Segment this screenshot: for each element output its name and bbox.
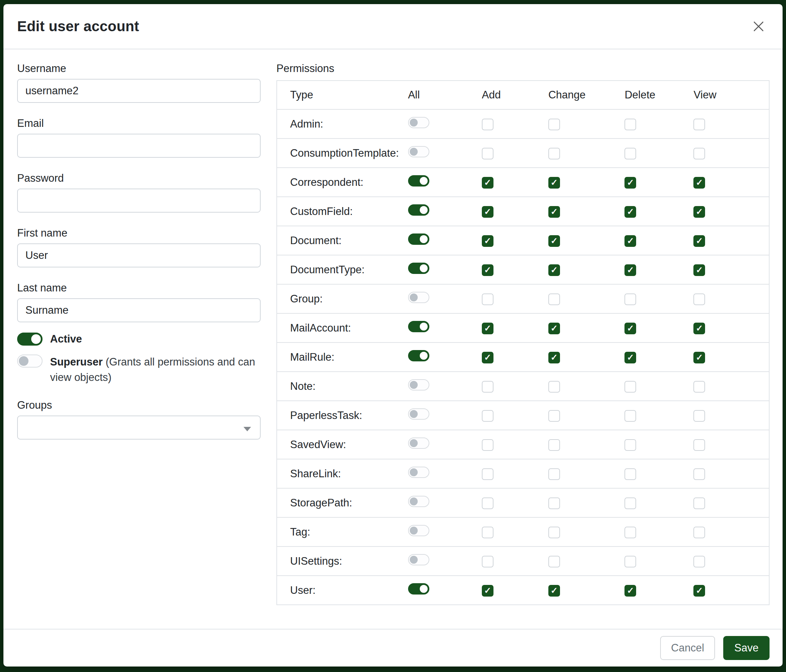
permission-change-checkbox[interactable] xyxy=(549,235,560,247)
permission-add-checkbox[interactable] xyxy=(482,235,494,247)
email-input[interactable] xyxy=(17,134,261,158)
permission-all-toggle[interactable] xyxy=(408,204,429,216)
permission-all-toggle[interactable] xyxy=(408,466,429,478)
cancel-button[interactable]: Cancel xyxy=(660,636,715,660)
permission-change-checkbox[interactable] xyxy=(549,177,560,188)
permission-change-checkbox[interactable] xyxy=(549,410,560,422)
permission-all-toggle[interactable] xyxy=(408,408,429,420)
permission-view-checkbox[interactable] xyxy=(693,498,705,509)
permission-delete-checkbox[interactable] xyxy=(624,294,636,305)
permission-delete-checkbox[interactable] xyxy=(624,381,636,393)
permission-view-checkbox[interactable] xyxy=(693,294,705,305)
permission-add-checkbox[interactable] xyxy=(482,381,494,393)
permission-view-checkbox[interactable] xyxy=(693,177,705,188)
permission-delete-checkbox[interactable] xyxy=(624,439,636,451)
permission-view-checkbox[interactable] xyxy=(693,264,705,276)
permission-add-checkbox[interactable] xyxy=(482,527,494,538)
permission-view-checkbox[interactable] xyxy=(693,468,705,480)
permission-change-checkbox[interactable] xyxy=(549,585,560,597)
permission-view-checkbox[interactable] xyxy=(693,410,705,422)
permission-add-checkbox[interactable] xyxy=(482,439,494,451)
permission-change-checkbox[interactable] xyxy=(549,556,560,567)
active-toggle[interactable] xyxy=(17,333,42,345)
permission-view-checkbox[interactable] xyxy=(693,439,705,451)
active-switch-row: Active xyxy=(17,333,261,345)
permission-change-checkbox[interactable] xyxy=(549,294,560,305)
permission-add-checkbox[interactable] xyxy=(482,352,494,363)
permission-view-checkbox[interactable] xyxy=(693,148,705,159)
permission-view-checkbox[interactable] xyxy=(693,527,705,538)
permission-all-toggle[interactable] xyxy=(408,292,429,303)
permission-add-checkbox[interactable] xyxy=(482,556,494,567)
last-name-label: Last name xyxy=(17,282,261,294)
permission-delete-checkbox[interactable] xyxy=(624,352,636,363)
permission-delete-checkbox[interactable] xyxy=(624,585,636,597)
permission-view-checkbox[interactable] xyxy=(693,323,705,334)
permission-all-toggle[interactable] xyxy=(408,263,429,274)
permission-change-checkbox[interactable] xyxy=(549,498,560,509)
permission-all-toggle[interactable] xyxy=(408,234,429,245)
permission-all-toggle[interactable] xyxy=(408,175,429,187)
permission-add-checkbox[interactable] xyxy=(482,148,494,159)
permission-delete-checkbox[interactable] xyxy=(624,206,636,218)
permission-delete-checkbox[interactable] xyxy=(624,498,636,509)
permission-view-checkbox[interactable] xyxy=(693,119,705,130)
permission-view-checkbox[interactable] xyxy=(693,206,705,218)
permission-change-checkbox[interactable] xyxy=(549,206,560,218)
permission-all-toggle[interactable] xyxy=(408,554,429,565)
permission-view-checkbox[interactable] xyxy=(693,235,705,247)
permission-change-checkbox[interactable] xyxy=(549,468,560,480)
save-button[interactable]: Save xyxy=(723,636,770,660)
last-name-input[interactable] xyxy=(17,298,261,322)
permission-add-checkbox[interactable] xyxy=(482,119,494,130)
permission-change-checkbox[interactable] xyxy=(549,119,560,130)
permission-change-checkbox[interactable] xyxy=(549,323,560,334)
permission-delete-checkbox[interactable] xyxy=(624,148,636,159)
permission-all-toggle[interactable] xyxy=(408,146,429,157)
permission-change-checkbox[interactable] xyxy=(549,439,560,451)
permission-change-checkbox[interactable] xyxy=(549,527,560,538)
permission-view-checkbox[interactable] xyxy=(693,585,705,597)
permission-all-toggle[interactable] xyxy=(408,321,429,332)
permission-delete-checkbox[interactable] xyxy=(624,119,636,130)
permission-all-toggle[interactable] xyxy=(408,496,429,507)
permission-add-checkbox[interactable] xyxy=(482,177,494,188)
permission-all-toggle[interactable] xyxy=(408,379,429,391)
permission-add-checkbox[interactable] xyxy=(482,498,494,509)
permission-add-checkbox[interactable] xyxy=(482,410,494,422)
permission-add-checkbox[interactable] xyxy=(482,468,494,480)
permission-all-toggle[interactable] xyxy=(408,438,429,449)
permission-change-checkbox[interactable] xyxy=(549,264,560,276)
permission-change-checkbox[interactable] xyxy=(549,352,560,363)
permission-all-toggle[interactable] xyxy=(408,583,429,595)
permission-view-checkbox[interactable] xyxy=(693,556,705,567)
permission-delete-checkbox[interactable] xyxy=(624,264,636,276)
permission-delete-checkbox[interactable] xyxy=(624,468,636,480)
permission-row: MailRule: xyxy=(277,342,769,372)
first-name-input[interactable] xyxy=(17,243,261,267)
permission-view-checkbox[interactable] xyxy=(693,352,705,363)
close-button[interactable] xyxy=(749,17,768,36)
permission-delete-checkbox[interactable] xyxy=(624,527,636,538)
permission-change-checkbox[interactable] xyxy=(549,148,560,159)
permission-add-checkbox[interactable] xyxy=(482,206,494,218)
permission-row: ShareLink: xyxy=(277,459,769,488)
password-input[interactable] xyxy=(17,188,261,213)
permission-add-checkbox[interactable] xyxy=(482,264,494,276)
permission-delete-checkbox[interactable] xyxy=(624,556,636,567)
permission-add-checkbox[interactable] xyxy=(482,585,494,597)
permission-add-checkbox[interactable] xyxy=(482,294,494,305)
permission-view-checkbox[interactable] xyxy=(693,381,705,393)
permission-delete-checkbox[interactable] xyxy=(624,235,636,247)
permission-delete-checkbox[interactable] xyxy=(624,323,636,334)
permission-add-checkbox[interactable] xyxy=(482,323,494,334)
permission-change-checkbox[interactable] xyxy=(549,381,560,393)
superuser-toggle[interactable] xyxy=(17,355,42,367)
permission-delete-checkbox[interactable] xyxy=(624,177,636,188)
permission-all-toggle[interactable] xyxy=(408,525,429,536)
permission-all-toggle[interactable] xyxy=(408,350,429,361)
groups-select[interactable] xyxy=(17,416,261,440)
permission-all-toggle[interactable] xyxy=(408,117,429,128)
permission-delete-checkbox[interactable] xyxy=(624,410,636,422)
username-input[interactable] xyxy=(17,79,261,103)
